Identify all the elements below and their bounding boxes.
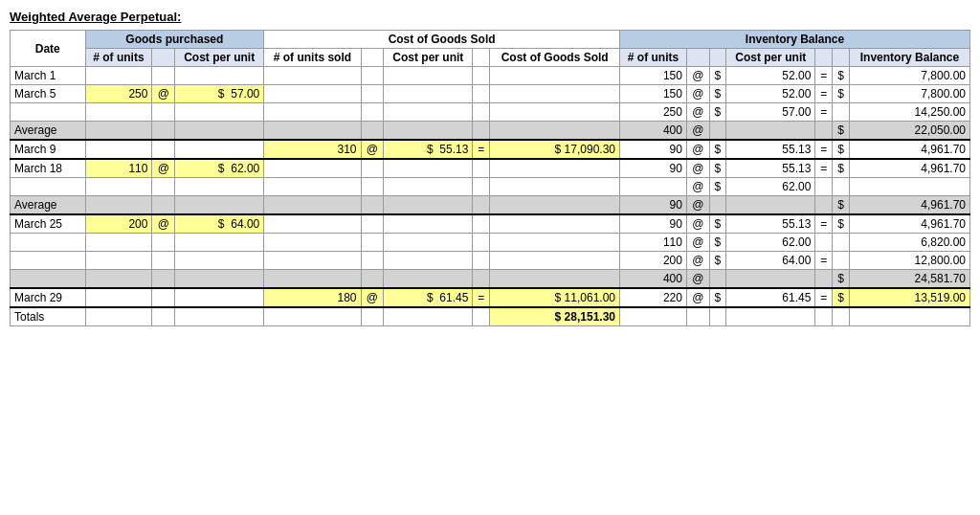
avg1-i-bal: 22,050.00 [849,122,969,141]
march25-r2-c-eq [473,234,490,252]
march29-i-num: 220 [620,288,687,307]
march18-r2-c-at [361,178,384,196]
march29-c-at: @ [361,288,384,307]
march9-c-total: $ 17,090.30 [490,140,620,159]
cogs-cogs-header: Cost of Goods Sold [490,49,620,67]
march5-r2-c-eq [473,103,490,122]
march5-c-num [264,85,361,103]
march25-i-dollar: $ [709,214,726,234]
cogs-header: Cost of Goods Sold [264,31,620,49]
avg3-g-at [152,270,175,289]
avg2-i-num: 90 [620,196,687,215]
march25-r3-c-num [264,252,361,270]
march18-i-cpu: 55.13 [726,159,815,178]
march18-r2-c-num [264,178,361,196]
march5-i-num: 150 [620,85,687,103]
march25-r3-i-dollar2 [833,252,850,270]
march25-c-at [361,214,384,234]
goods-at-header [152,49,175,67]
average-row1: Average 400 @ $ 22,050.00 [11,122,970,141]
march9-i-num: 90 [620,140,687,159]
avg3-i-dollar [709,270,726,289]
avg2-i-dollar2: $ [833,196,850,215]
march25-r3-g-at [152,252,175,270]
march29-i-dollar2: $ [833,288,850,307]
march25-i-num: 90 [620,214,687,234]
march5-r2-c-num [264,103,361,122]
march29-row: March 29 180 @ $ 61.45 = $ 11,061.00 220… [11,288,970,307]
march1-date: March 1 [11,67,86,85]
march9-i-eq: = [815,140,833,159]
march25-r3-i-cpu: 64.00 [726,252,815,270]
header-row-2: # of units Cost per unit # of units sold… [11,49,970,67]
avg2-c-num [264,196,361,215]
march18-i-bal: 4,961.70 [849,159,969,178]
avg3-date [11,270,86,289]
march25-i-at: @ [686,214,709,234]
march25-r2-g-cost [175,234,264,252]
page-title: Weighted Average Perpetual: [10,10,970,24]
average-row2: Average 90 @ $ 4,961.70 [11,196,970,215]
march18-c-eq [473,159,490,178]
march5-c-cpu [384,85,473,103]
totals-c-eq [473,307,490,326]
march18-g-at: @ [152,159,175,178]
avg2-g-cost [175,196,264,215]
march18-i-eq: = [815,159,833,178]
march25-r2-c-total [490,234,620,252]
march25-g-cost: $ 64.00 [175,214,264,234]
avg2-g-num [85,196,152,215]
march29-i-bal: 13,519.00 [849,288,969,307]
march18-r2-g-at [152,178,175,196]
avg2-i-eq [815,196,833,215]
cogs-at-header [361,49,384,67]
march25-r2-i-bal: 6,820.00 [849,234,969,252]
avg1-c-total [490,122,620,141]
march5-i-eq: = [815,85,833,103]
march25-r2-i-at: @ [686,234,709,252]
march25-c-total [490,214,620,234]
march29-c-total: $ 11,061.00 [490,288,620,307]
march18-r2-i-dollar: $ [709,178,726,196]
march5-date: March 5 [11,85,86,103]
avg1-date: Average [11,122,86,141]
march25-c-num [264,214,361,234]
march1-g-at [152,67,175,85]
march1-c-at [361,67,384,85]
march18-c-total [490,159,620,178]
march18-i-dollar2: $ [833,159,850,178]
march5-c-at [361,85,384,103]
march1-i-dollar: $ [709,67,726,85]
march18-i-dollar: $ [709,159,726,178]
march9-i-at: @ [686,140,709,159]
avg1-g-num [85,122,152,141]
march25-c-eq [473,214,490,234]
march1-i-cpu: 52.00 [726,67,815,85]
march29-c-eq: = [473,288,490,307]
goods-purchased-header: Goods purchased [85,31,264,49]
march29-c-num: 180 [264,288,361,307]
march5-row1: March 5 250 @ $ 57.00 150 @ $ 52.00 = $ … [11,85,970,103]
avg3-i-num: 400 [620,270,687,289]
march1-i-eq: = [815,67,833,85]
march25-r2-i-cpu: 62.00 [726,234,815,252]
march5-r2-date [11,103,86,122]
march18-i-at: @ [686,159,709,178]
totals-c-total: $ 28,151.30 [490,307,620,326]
march5-i-at: @ [686,85,709,103]
march5-g-cost: $ 57.00 [175,85,264,103]
march9-c-cpu: $ 55.13 [384,140,473,159]
march25-r3-i-at: @ [686,252,709,270]
march25-r2-date [11,234,86,252]
march25-g-num: 200 [85,214,152,234]
march18-c-at [361,159,384,178]
inv-num-units-header: # of units [620,49,687,67]
march9-i-dollar2: $ [833,140,850,159]
inv-balance-header: Inventory Balance [849,49,969,67]
march18-r2-i-num [620,178,687,196]
march18-c-num [264,159,361,178]
march18-r2-g-cost [175,178,264,196]
march29-date: March 29 [11,288,86,307]
march25-r3-c-total [490,252,620,270]
march9-row: March 9 310 @ $ 55.13 = $ 17,090.30 90 @… [11,140,970,159]
